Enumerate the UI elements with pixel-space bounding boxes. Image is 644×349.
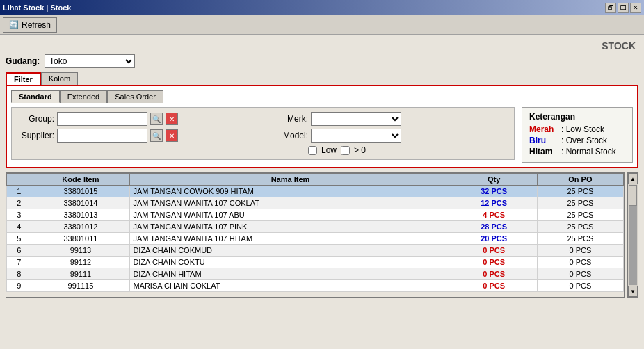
cell-no: 1: [7, 186, 31, 197]
cell-nama: JAM TANGAN COWOK 909 HITAM: [130, 186, 451, 197]
cell-nama: JAM TANGAN WANITA 107 HITAM: [130, 233, 451, 245]
supplier-label: Supplier:: [16, 131, 54, 140]
cell-onpo: 0 PCS: [537, 257, 623, 268]
cell-no: 3: [7, 209, 31, 221]
cell-kode: 33801012: [31, 221, 130, 233]
tab-sales-order[interactable]: Sales Order: [107, 90, 163, 103]
filter-model-row: Model:: [270, 129, 510, 143]
filter-group-row: Group: 🔍 ✕: [16, 112, 256, 126]
cell-kode: 99111: [31, 268, 130, 280]
filter-left: Group: 🔍 ✕ Supplier: 🔍 ✕: [16, 112, 256, 145]
cell-onpo: 25 PCS: [537, 197, 623, 209]
cell-onpo: 0 PCS: [537, 280, 623, 292]
cell-no: 8: [7, 268, 31, 280]
cell-onpo: 25 PCS: [537, 209, 623, 221]
legend-red-label: Merah: [529, 124, 557, 134]
table-body: 1 33801015 JAM TANGAN COWOK 909 HITAM 32…: [7, 186, 624, 292]
close-button[interactable]: ✕: [630, 3, 641, 13]
cell-qty: 0 PCS: [451, 245, 537, 257]
gudang-row: Gudang: Toko Gudang 1 Gudang 2: [6, 54, 638, 68]
scrollbar-down-btn[interactable]: ▼: [628, 286, 638, 297]
refresh-button[interactable]: 🔄 Refresh: [3, 17, 57, 33]
col-header-qty: Qty: [451, 174, 537, 186]
filter-panel: Standard Extended Sales Order Group: 🔍 ✕…: [6, 85, 638, 168]
supplier-input[interactable]: [57, 129, 147, 143]
maximize-button[interactable]: 🗖: [618, 3, 629, 13]
cell-qty: 12 PCS: [451, 197, 537, 209]
table-row[interactable]: 6 99113 DIZA CHAIN COKMUD 0 PCS 0 PCS: [7, 245, 624, 257]
gt0-label: > 0: [354, 145, 366, 155]
cell-kode: 33801015: [31, 186, 130, 197]
low-checkbox[interactable]: [308, 146, 317, 155]
cell-onpo: 25 PCS: [537, 186, 623, 197]
main-content: STOCK Gudang: Toko Gudang 1 Gudang 2 Fil…: [0, 35, 644, 349]
legend-red-desc: : Low Stock: [561, 124, 604, 134]
col-header-kode: Kode Item: [31, 174, 130, 186]
legend-box: Keterangan Merah : Low Stock Biru : Over…: [522, 107, 633, 163]
scrollbar-thumb[interactable]: [629, 185, 637, 206]
cell-no: 5: [7, 233, 31, 245]
legend-red-row: Merah : Low Stock: [529, 124, 625, 134]
legend-black-desc: : Normal Stock: [561, 147, 616, 156]
filter-checkrow: Low > 0: [308, 145, 510, 155]
tab-extended[interactable]: Extended: [60, 90, 107, 103]
table-row[interactable]: 5 33801011 JAM TANGAN WANITA 107 HITAM 2…: [7, 233, 624, 245]
cell-kode: 33801013: [31, 209, 130, 221]
cell-onpo: 25 PCS: [537, 233, 623, 245]
refresh-icon: 🔄: [9, 20, 19, 29]
merk-select[interactable]: [311, 112, 401, 126]
stock-label: STOCK: [6, 40, 638, 51]
cell-nama: DIZA CHAIN COKMUD: [130, 245, 451, 257]
model-label: Model:: [270, 131, 308, 140]
filter-form: Group: 🔍 ✕ Supplier: 🔍 ✕ Merk: [11, 107, 515, 160]
cell-nama: JAM TANGAN WANITA 107 COKLAT: [130, 197, 451, 209]
cell-nama: DIZA CHAIN HITAM: [130, 268, 451, 280]
title-bar-text: Lihat Stock | Stock: [3, 3, 71, 12]
cell-no: 9: [7, 280, 31, 292]
group-search-btn[interactable]: 🔍: [150, 113, 163, 125]
supplier-clear-btn[interactable]: ✕: [166, 129, 178, 142]
legend-blue-label: Biru: [529, 136, 557, 145]
table-row[interactable]: 9 991115 MARISA CHAIN COKLAT 0 PCS 0 PCS: [7, 280, 624, 292]
cell-qty: 0 PCS: [451, 280, 537, 292]
gt0-checkbox[interactable]: [341, 146, 350, 155]
scrollbar[interactable]: ▲ ▼: [627, 172, 638, 298]
table-row[interactable]: 8 99111 DIZA CHAIN HITAM 0 PCS 0 PCS: [7, 268, 624, 280]
merk-label: Merk:: [270, 114, 308, 124]
cell-kode: 991115: [31, 280, 130, 292]
table-row[interactable]: 4 33801012 JAM TANGAN WANITA 107 PINK 28…: [7, 221, 624, 233]
legend-black-label: Hitam: [529, 147, 557, 156]
scrollbar-up-btn[interactable]: ▲: [628, 173, 638, 184]
tab-filter[interactable]: Filter: [6, 72, 41, 85]
tab-kolom[interactable]: Kolom: [41, 72, 78, 85]
refresh-label: Refresh: [22, 20, 51, 30]
group-input[interactable]: [57, 112, 147, 126]
table-row[interactable]: 1 33801015 JAM TANGAN COWOK 909 HITAM 32…: [7, 186, 624, 197]
col-header-onpo: On PO: [537, 174, 623, 186]
cell-kode: 33801014: [31, 197, 130, 209]
cell-no: 4: [7, 221, 31, 233]
cell-kode: 99112: [31, 257, 130, 268]
restore-button[interactable]: 🗗: [605, 3, 616, 13]
scrollbar-track: [629, 185, 637, 285]
cell-nama: MARISA CHAIN COKLAT: [130, 280, 451, 292]
cell-no: 2: [7, 197, 31, 209]
gudang-select[interactable]: Toko Gudang 1 Gudang 2: [45, 54, 135, 68]
supplier-search-btn[interactable]: 🔍: [150, 129, 163, 142]
cell-onpo: 0 PCS: [537, 268, 623, 280]
gudang-label: Gudang:: [6, 56, 40, 66]
model-select[interactable]: [311, 129, 401, 143]
group-clear-btn[interactable]: ✕: [166, 113, 178, 125]
table-wrapper: Kode Item Nama Item Qty On PO 1 33801015…: [6, 172, 625, 298]
col-header-no: [7, 174, 31, 186]
cell-no: 7: [7, 257, 31, 268]
legend-blue-desc: : Over Stock: [561, 136, 607, 145]
legend-blue-row: Biru : Over Stock: [529, 136, 625, 145]
cell-nama: JAM TANGAN WANITA 107 ABU: [130, 209, 451, 221]
table-row[interactable]: 7 99112 DIZA CHAIN COKTU 0 PCS 0 PCS: [7, 257, 624, 268]
tab-standard[interactable]: Standard: [11, 90, 60, 103]
table-row[interactable]: 3 33801013 JAM TANGAN WANITA 107 ABU 4 P…: [7, 209, 624, 221]
table-row[interactable]: 2 33801014 JAM TANGAN WANITA 107 COKLAT …: [7, 197, 624, 209]
low-label: Low: [321, 145, 337, 155]
cell-nama: JAM TANGAN WANITA 107 PINK: [130, 221, 451, 233]
